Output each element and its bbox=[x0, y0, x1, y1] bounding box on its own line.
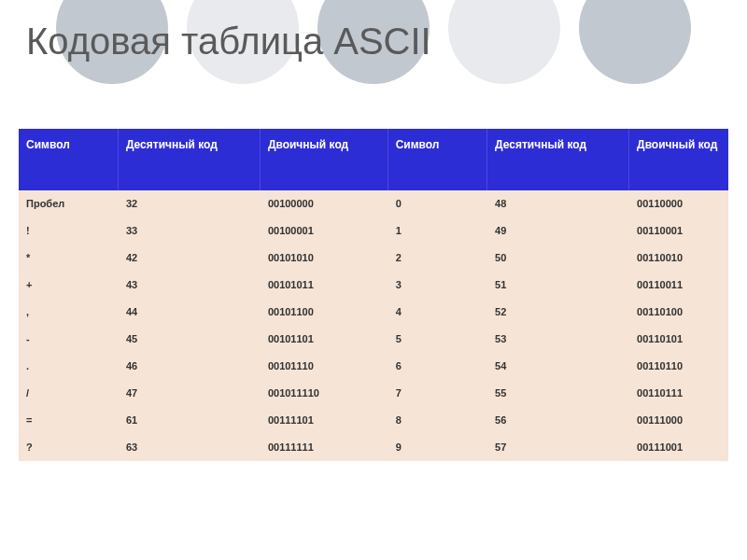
cell-decimal: 43 bbox=[118, 272, 260, 299]
cell-binary: 00111101 bbox=[260, 407, 388, 434]
cell-symbol: , bbox=[19, 299, 118, 326]
cell-binary: 00101100 bbox=[260, 299, 388, 326]
header-binary-1: Двоичный код bbox=[260, 129, 388, 190]
cell-decimal: 57 bbox=[487, 434, 629, 461]
cell-symbol: 6 bbox=[388, 353, 486, 380]
header-symbol-1: Символ bbox=[19, 129, 118, 190]
cell-symbol: - bbox=[19, 326, 118, 353]
cell-binary: 00111000 bbox=[629, 407, 728, 434]
cell-symbol: 4 bbox=[388, 299, 486, 326]
cell-decimal: 49 bbox=[487, 217, 629, 245]
cell-symbol: 5 bbox=[388, 326, 486, 353]
cell-binary: 00110011 bbox=[629, 272, 728, 299]
cell-symbol: * bbox=[19, 245, 118, 272]
cell-decimal: 50 bbox=[487, 245, 629, 272]
cell-decimal: 53 bbox=[487, 326, 629, 353]
cell-binary: 00101010 bbox=[260, 245, 388, 272]
cell-binary: 00110110 bbox=[629, 353, 728, 380]
cell-symbol: 8 bbox=[388, 407, 486, 434]
cell-binary: 00101101 bbox=[260, 326, 388, 353]
cell-symbol: 9 bbox=[388, 434, 486, 461]
cell-binary: 00111111 bbox=[260, 434, 388, 461]
cell-decimal: 45 bbox=[118, 326, 260, 353]
cell-symbol: / bbox=[19, 380, 118, 407]
header-decimal-1: Десятичный код bbox=[118, 129, 260, 190]
cell-symbol: ? bbox=[19, 434, 118, 461]
decorative-circle bbox=[579, 0, 691, 84]
ascii-table-body: Пробел 32 00100000 0 48 00110000 ! 33 00… bbox=[19, 190, 728, 461]
cell-decimal: 32 bbox=[118, 190, 260, 217]
table-row: / 47 001011110 7 55 00110111 bbox=[19, 380, 728, 407]
cell-decimal: 46 bbox=[118, 353, 260, 380]
cell-decimal: 47 bbox=[118, 380, 260, 407]
table-row: ! 33 00100001 1 49 00110001 bbox=[19, 217, 728, 245]
table-row: . 46 00101110 6 54 00110110 bbox=[19, 353, 728, 380]
cell-symbol: 1 bbox=[388, 217, 486, 245]
cell-symbol: 7 bbox=[388, 380, 486, 407]
cell-decimal: 33 bbox=[118, 217, 260, 245]
cell-binary: 00110100 bbox=[629, 299, 728, 326]
header-decimal-2: Десятичный код bbox=[487, 129, 629, 190]
cell-decimal: 52 bbox=[487, 299, 629, 326]
cell-binary: 00110000 bbox=[629, 190, 728, 217]
cell-binary: 00110010 bbox=[629, 245, 728, 272]
cell-decimal: 42 bbox=[118, 245, 260, 272]
cell-binary: 00110111 bbox=[629, 380, 728, 407]
cell-decimal: 51 bbox=[487, 272, 629, 299]
table-header-row: Символ Десятичный код Двоичный код Симво… bbox=[19, 129, 728, 190]
cell-symbol: 2 bbox=[388, 245, 486, 272]
cell-symbol: = bbox=[19, 407, 118, 434]
table-row: ? 63 00111111 9 57 00111001 bbox=[19, 434, 728, 461]
decorative-circle bbox=[448, 0, 560, 84]
cell-binary: 00101110 bbox=[260, 353, 388, 380]
cell-binary: 00111001 bbox=[629, 434, 728, 461]
ascii-table: Символ Десятичный код Двоичный код Симво… bbox=[19, 129, 728, 461]
cell-binary: 00101011 bbox=[260, 272, 388, 299]
cell-binary: 00110001 bbox=[629, 217, 728, 245]
cell-decimal: 54 bbox=[487, 353, 629, 380]
cell-decimal: 55 bbox=[487, 380, 629, 407]
cell-binary: 00110101 bbox=[629, 326, 728, 353]
table-row: Пробел 32 00100000 0 48 00110000 bbox=[19, 190, 728, 217]
cell-decimal: 44 bbox=[118, 299, 260, 326]
table-row: = 61 00111101 8 56 00111000 bbox=[19, 407, 728, 434]
table-row: * 42 00101010 2 50 00110010 bbox=[19, 245, 728, 272]
cell-symbol: 0 bbox=[388, 190, 486, 217]
cell-decimal: 61 bbox=[118, 407, 260, 434]
page-title: Кодовая таблица ASCII bbox=[26, 21, 431, 63]
cell-symbol: . bbox=[19, 353, 118, 380]
cell-decimal: 63 bbox=[118, 434, 260, 461]
table-row: + 43 00101011 3 51 00110011 bbox=[19, 272, 728, 299]
table-row: , 44 00101100 4 52 00110100 bbox=[19, 299, 728, 326]
ascii-table-container: Символ Десятичный код Двоичный код Симво… bbox=[19, 129, 728, 461]
cell-binary: 00100001 bbox=[260, 217, 388, 245]
cell-symbol: + bbox=[19, 272, 118, 299]
header-symbol-2: Символ bbox=[388, 129, 486, 190]
table-row: - 45 00101101 5 53 00110101 bbox=[19, 326, 728, 353]
cell-binary: 001011110 bbox=[260, 380, 388, 407]
cell-decimal: 56 bbox=[487, 407, 629, 434]
cell-binary: 00100000 bbox=[260, 190, 388, 217]
cell-decimal: 48 bbox=[487, 190, 629, 217]
cell-symbol: 3 bbox=[388, 272, 486, 299]
cell-symbol: ! bbox=[19, 217, 118, 245]
header-binary-2: Двоичный код bbox=[629, 129, 728, 190]
cell-symbol: Пробел bbox=[19, 190, 118, 217]
